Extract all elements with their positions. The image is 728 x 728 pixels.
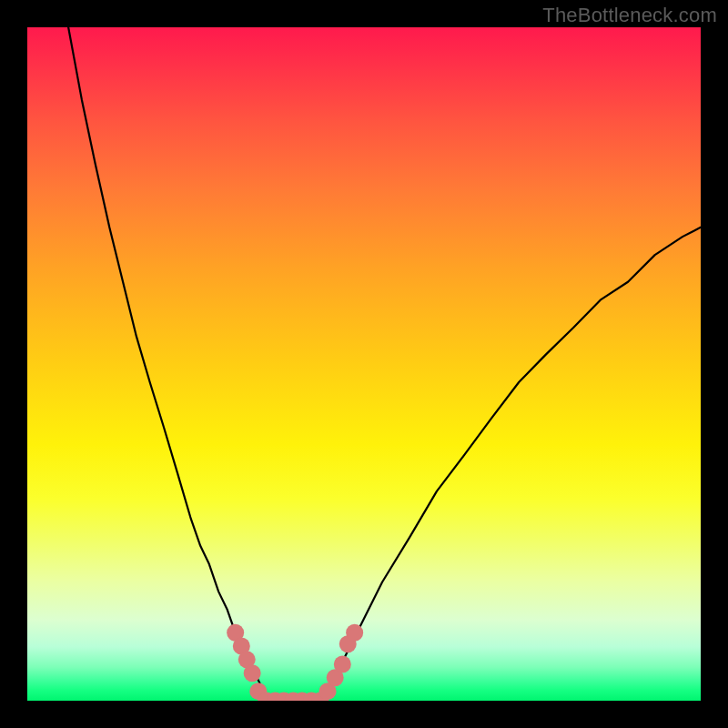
curve-right-branch (323, 228, 701, 701)
data-marker (346, 624, 363, 642)
chart-frame: TheBottleneck.com (0, 0, 728, 728)
data-marker (244, 664, 261, 682)
marker-group (227, 624, 363, 701)
watermark-text: TheBottleneck.com (542, 4, 717, 27)
data-marker (334, 656, 351, 673)
plot-area (27, 27, 701, 701)
curve-svg (27, 27, 701, 701)
curve-left-branch (68, 27, 268, 701)
